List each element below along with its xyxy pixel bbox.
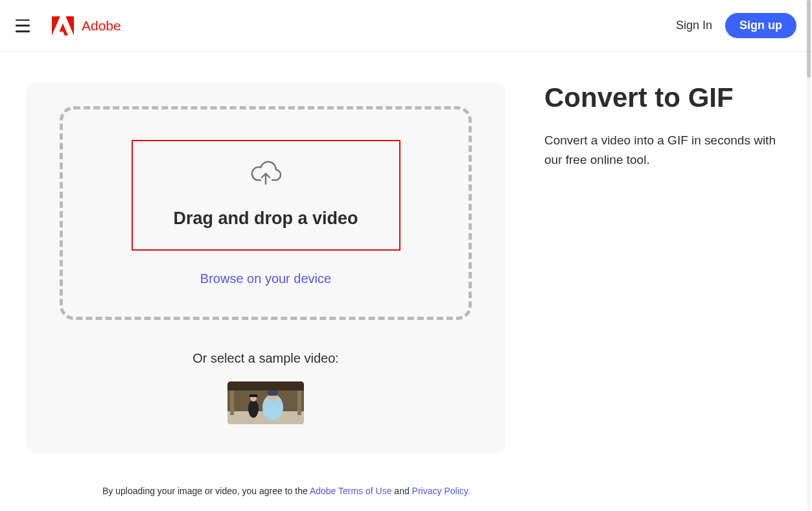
svg-rect-9 (230, 391, 234, 415)
svg-rect-8 (249, 394, 257, 397)
drag-drop-text: Drag and drop a video (173, 209, 358, 229)
legal-prefix: By uploading your image or video, you ag… (102, 486, 310, 496)
scrollbar-thumb[interactable] (807, 0, 811, 78)
svg-rect-1 (227, 381, 304, 391)
dropzone[interactable]: Drag and drop a video Browse on your dev… (60, 106, 472, 320)
hamburger-menu-icon[interactable] (16, 19, 30, 32)
sample-video-thumbnail[interactable] (227, 381, 304, 424)
svg-point-6 (248, 400, 259, 418)
sign-in-button[interactable]: Sign In (676, 19, 712, 32)
brand-name: Adobe (82, 18, 121, 34)
svg-rect-5 (268, 391, 278, 396)
browse-device-link[interactable]: Browse on your device (200, 271, 331, 286)
terms-of-use-link[interactable]: Adobe Terms of Use (310, 486, 392, 496)
header: Adobe Sign In Sign up (0, 0, 812, 52)
sample-section: Or select a sample video: (192, 351, 339, 427)
cloud-upload-icon (250, 161, 281, 188)
main-content: Drag and drop a video Browse on your dev… (0, 52, 812, 453)
upload-panel: Drag and drop a video Browse on your dev… (26, 83, 505, 453)
privacy-policy-link[interactable]: Privacy Policy. (412, 486, 470, 496)
info-panel: Convert to GIF Convert a video into a GI… (544, 83, 793, 453)
scrollbar[interactable] (807, 0, 811, 511)
page-title: Convert to GIF (544, 83, 793, 113)
legal-text: By uploading your image or video, you ag… (102, 486, 470, 496)
sample-label: Or select a sample video: (192, 351, 339, 366)
dropzone-highlight: Drag and drop a video (132, 140, 400, 251)
legal-mid: and (391, 486, 412, 496)
brand-logo[interactable]: Adobe (52, 16, 121, 36)
header-left: Adobe (16, 16, 121, 36)
page-subtitle: Convert a video into a GIF in seconds wi… (544, 131, 784, 169)
header-right: Sign In Sign up (676, 13, 796, 38)
adobe-logo-icon (52, 16, 74, 36)
svg-rect-10 (297, 391, 301, 415)
sign-up-button[interactable]: Sign up (725, 13, 796, 38)
